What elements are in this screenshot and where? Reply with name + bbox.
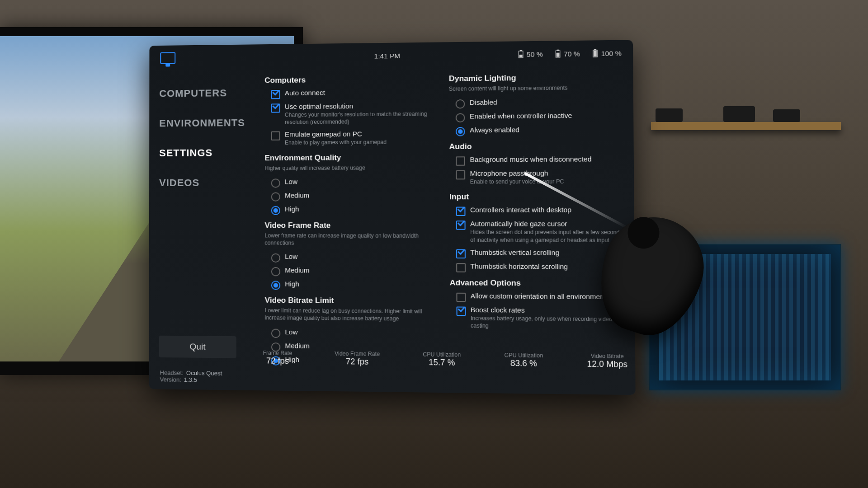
opt-sublabel: Enable to play games with your gamepad (285, 139, 387, 147)
opt-label: Controllers interact with desktop (470, 206, 571, 214)
opt-auto-connect[interactable]: Auto connect (264, 85, 433, 100)
opt-label: Low (285, 178, 297, 185)
opt-label: Thumbstick vertical scrolling (470, 248, 559, 256)
radio-icon (456, 113, 465, 123)
svg-rect-8 (594, 51, 597, 56)
svg-rect-5 (557, 53, 560, 57)
section-sub: Lower limit can reduce lag on busy conne… (265, 307, 434, 323)
checkbox-icon (456, 263, 466, 272)
sidebar: COMPUTERS ENVIRONMENTS SETTINGS VIDEOS Q… (149, 70, 259, 390)
opt-controllers-desktop[interactable]: Controllers interact with desktop (449, 203, 623, 217)
opt-label: Boost clock rates (471, 305, 623, 314)
radio-icon (271, 267, 280, 276)
opt-label: Low (285, 253, 297, 260)
footer-info: Headset:Oculus Quest Version:1.3.5 (160, 369, 222, 384)
svg-rect-7 (594, 49, 596, 50)
section-video-frame-rate: Video Frame Rate (264, 221, 433, 230)
checkbox-icon (271, 131, 280, 141)
radio-icon (271, 178, 280, 188)
section-advanced: Advanced Options (450, 278, 623, 288)
opt-env-high[interactable]: High (264, 202, 433, 216)
nav-settings[interactable]: SETTINGS (159, 138, 259, 168)
opt-dyn-disabled[interactable]: Disabled (449, 95, 622, 110)
opt-env-medium[interactable]: Medium (264, 189, 433, 203)
metric-video-bitrate: Video Bitrate12.0 Mbps (587, 353, 627, 370)
battery-indicator: 100 % (592, 49, 621, 57)
opt-label: Use optimal resolution (285, 102, 433, 111)
opt-sublabel: Enable to send your voice to your PC (470, 178, 564, 186)
opt-thumbstick-vertical[interactable]: Thumbstick vertical scrolling (449, 246, 623, 260)
left-column: Computers Auto connect Use optimal resol… (264, 70, 434, 392)
checkbox-icon (456, 221, 466, 230)
opt-label: Always enabled (470, 126, 519, 134)
quit-button[interactable]: Quit (159, 336, 236, 358)
section-sub: Lower frame rate can increase image qual… (264, 232, 434, 247)
opt-thumbstick-horizontal[interactable]: Thumbstick horizontal scrolling (450, 260, 623, 274)
opt-dyn-always[interactable]: Always enabled (449, 123, 622, 138)
section-sub: Screen content will light up some enviro… (449, 84, 622, 93)
opt-dyn-inactive[interactable]: Enabled when controller inactive (449, 109, 622, 124)
opt-boost-clock[interactable]: Boost clock rates Increases battery usag… (450, 303, 623, 333)
checkbox-icon (457, 306, 466, 316)
wall-shelf (651, 122, 841, 130)
opt-auto-hide-gaze[interactable]: Automatically hide gaze cursor Hides the… (449, 217, 623, 246)
monitor-icon (160, 52, 175, 64)
section-audio: Audio (449, 141, 622, 151)
opt-vbl-low[interactable]: Low (265, 325, 434, 341)
radio-icon (271, 192, 280, 201)
opt-label: Medium (285, 266, 309, 274)
checkbox-icon (456, 207, 466, 216)
radio-icon (456, 99, 465, 109)
section-sub: Higher quality will increase battery usa… (264, 164, 433, 172)
opt-label: Enabled when controller inactive (470, 112, 572, 120)
checkbox-icon (456, 249, 466, 258)
metric-frame-rate: Frame Rate72 fps (263, 350, 292, 366)
opt-label: Disabled (470, 98, 497, 106)
section-input: Input (449, 192, 623, 202)
opt-emulate-gamepad[interactable]: Emulate gamepad on PC Enable to play gam… (264, 127, 433, 149)
opt-label: High (285, 280, 299, 288)
opt-sublabel: Increases battery usage, only use when r… (471, 314, 623, 331)
metric-cpu-utilization: CPU Utilization15.7 % (423, 351, 461, 368)
radio-icon (271, 253, 280, 263)
opt-label: Medium (285, 191, 309, 199)
checkbox-icon (456, 170, 465, 179)
opt-use-optimal-resolution[interactable]: Use optimal resolution Changes your moni… (264, 99, 433, 128)
nav-computers[interactable]: COMPUTERS (159, 78, 259, 108)
opt-label: Automatically hide gaze cursor (470, 220, 623, 228)
radio-icon (271, 328, 280, 338)
battery-status-group: 50 % 70 % 100 % (518, 49, 622, 58)
checkbox-icon (271, 90, 280, 99)
opt-allow-orientation[interactable]: Allow custom orientation in all environm… (450, 289, 623, 304)
opt-label: Low (285, 328, 297, 335)
section-env-quality: Environment Quality (264, 153, 433, 163)
opt-env-low[interactable]: Low (264, 175, 433, 189)
opt-mic-passthrough[interactable]: Microphone passthrough Enable to send yo… (449, 167, 623, 188)
metric-gpu-utilization: GPU Utilization83.6 % (504, 352, 543, 369)
checkbox-icon (271, 103, 280, 113)
checkbox-icon (456, 292, 466, 302)
opt-label: Medium (285, 342, 309, 350)
opt-bg-music[interactable]: Background music when disconnected (449, 153, 623, 167)
opt-label: High (285, 205, 299, 212)
nav-videos[interactable]: VIDEOS (159, 168, 259, 198)
opt-vfr-medium[interactable]: Medium (265, 264, 434, 278)
nav-environments[interactable]: ENVIRONMENTS (159, 108, 259, 139)
clock: 1:41 PM (374, 52, 401, 60)
radio-icon (271, 281, 280, 290)
opt-label: Thumbstick horizontal scrolling (470, 262, 568, 270)
opt-vfr-low[interactable]: Low (264, 250, 434, 265)
battery-indicator: 50 % (518, 50, 543, 58)
opt-sublabel: Changes your monitor's resolution to mat… (285, 110, 433, 126)
settings-content: Computers Auto connect Use optimal resol… (259, 66, 636, 395)
section-computers: Computers (264, 75, 433, 85)
right-column: Dynamic Lighting Screen content will lig… (449, 68, 624, 395)
metric-video-frame-rate: Video Frame Rate72 fps (335, 350, 380, 367)
section-video-bitrate-limit: Video Bitrate Limit (265, 296, 434, 306)
svg-rect-2 (519, 55, 523, 57)
opt-label: Microphone passthrough (470, 169, 564, 177)
section-dynamic-lighting: Dynamic Lighting (449, 73, 622, 84)
radio-icon (456, 127, 465, 136)
opt-vfr-high[interactable]: High (265, 277, 434, 292)
svg-rect-1 (520, 50, 522, 51)
